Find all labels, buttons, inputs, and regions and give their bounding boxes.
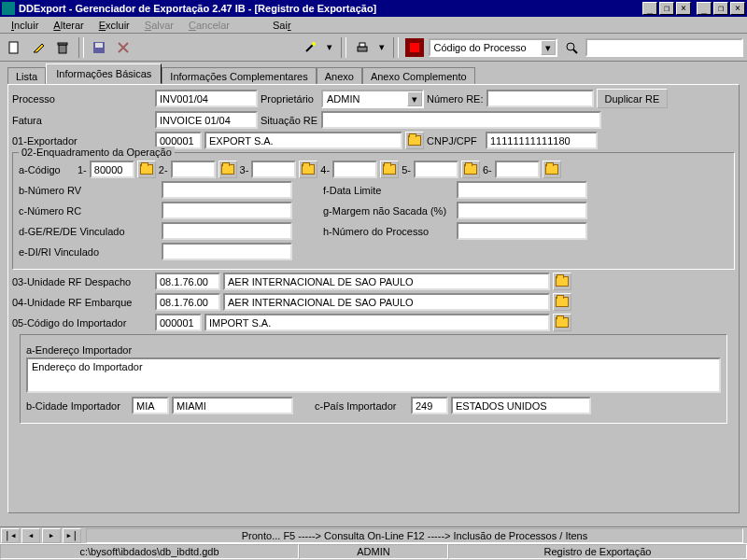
a5-field[interactable] [414,161,458,178]
a6-label: 6- [483,162,492,177]
importador-code[interactable]: 000001 [155,314,202,331]
maximize-button[interactable]: ❐ [659,2,674,15]
edit-button[interactable] [28,37,49,58]
a5-lookup[interactable] [461,161,480,178]
rf-despacho-label: 03-Unidade RF Despacho [12,274,152,289]
c-field[interactable] [162,202,292,219]
folder-icon [556,276,569,287]
a5-label: 5- [402,162,411,177]
proprietario-combo[interactable]: ADMIN ▾ [321,90,424,108]
a4-lookup[interactable] [380,161,399,178]
folder-icon [556,297,569,307]
a6-field[interactable] [495,161,540,178]
mdi-close-button[interactable]: × [730,2,745,15]
exportador-name-field[interactable]: EXPORT S.A. [204,132,402,149]
separator [393,37,399,58]
tab-informacoes-basicas[interactable]: Informações Básicas [46,63,162,84]
menu-excluir[interactable]: Excluir [92,18,137,33]
window-title: DDExport - Gerenciador de Exportação 2.4… [19,3,641,14]
endereco-field[interactable]: Endereço do Importador [26,357,721,393]
tab-content: Processo INV001/04 Proprietário ADMIN ▾ … [7,84,740,513]
tab-anexo-complemento[interactable]: Anexo Complemento [362,67,475,85]
b-field[interactable] [162,181,292,199]
folder-icon [302,164,315,175]
a4-field[interactable] [332,161,377,178]
rf-despacho-code[interactable]: 08.1.76.00 [155,273,220,290]
g-field[interactable] [457,202,587,219]
search-input[interactable] [585,38,743,57]
h-label: h-Número do Processo [323,224,454,239]
tab-informacoes-complementares[interactable]: Informações Complementares [162,67,316,85]
cnpj-field[interactable]: 11111111111180 [486,132,598,149]
importador-lookup[interactable] [553,314,571,331]
a2-field[interactable] [171,161,216,178]
svg-point-9 [567,43,574,50]
tab-anexo[interactable]: Anexo [317,67,362,85]
endereco-group: a-Endereço Importador Endereço do Import… [20,334,727,424]
dropdown-arrow-1[interactable]: ▾ [324,37,335,58]
numero-re-field[interactable] [486,90,594,107]
wizard-button[interactable] [300,37,320,58]
mdi-minimize-button[interactable]: _ [697,2,712,15]
exportador-lookup-button[interactable] [405,132,424,149]
e-field[interactable] [162,243,292,260]
rf-embarque-code[interactable]: 08.1.76.00 [155,293,220,311]
print-button[interactable] [352,37,373,58]
enquadramento-group: 02-Enquadramento da Operação a-Código 1-… [12,152,735,270]
chevron-down-icon[interactable]: ▾ [407,91,422,106]
search-button[interactable] [561,37,582,58]
fatura-field[interactable]: INVOICE 01/04 [155,111,258,129]
pais-name[interactable]: ESTADOS UNIDOS [451,397,591,414]
f-field[interactable] [457,181,587,199]
menu-incluir[interactable]: Incluir [4,18,46,33]
search-type-combo[interactable]: Código do Processo ▾ [429,38,558,57]
delete-button[interactable] [52,37,73,58]
menu-cancelar: Cancelar [181,18,237,33]
pais-code[interactable]: 249 [411,397,448,414]
svg-point-5 [312,42,316,46]
status-bar: c:\bysoft\ibdados\db_ibdtd.gdb ADMIN Reg… [0,543,747,560]
enquadramento-legend: 02-Enquadramento da Operação [19,147,175,158]
rf-despacho-name[interactable]: AER INTERNACIONAL DE SAO PAULO [223,273,550,290]
svg-rect-2 [58,43,67,45]
pais-label: c-País Importador [315,399,408,413]
rf-despacho-lookup[interactable] [553,273,571,290]
svg-rect-1 [59,45,66,53]
rf-embarque-name[interactable]: AER INTERNACIONAL DE SAO PAULO [223,293,550,311]
a6-lookup[interactable] [543,161,561,178]
nav-prev-button[interactable]: ◂ [21,528,40,543]
new-doc-button[interactable] [4,37,24,58]
nav-next-button[interactable]: ▸ [42,528,61,543]
cidade-code[interactable]: MIA [132,397,169,414]
dropdown-arrow-2[interactable]: ▾ [376,37,388,58]
menu-sair[interactable]: Sair [265,18,299,33]
a2-lookup[interactable] [218,161,237,178]
a1-lookup[interactable] [137,161,156,178]
rf-embarque-label: 04-Unidade RF Embarque [12,295,152,310]
close-button[interactable]: × [676,2,691,15]
duplicar-re-button[interactable]: Duplicar RE [597,89,669,108]
svg-rect-8 [410,43,419,52]
search-type-value: Código do Processo [430,42,542,53]
status-user: ADMIN [299,544,448,559]
rf-embarque-lookup[interactable] [553,293,571,311]
situacao-field[interactable] [321,111,601,129]
stop-button[interactable] [404,37,425,58]
folder-icon [221,164,234,175]
a3-lookup[interactable] [299,161,317,178]
importador-name[interactable]: IMPORT S.A. [204,314,550,331]
d-field[interactable] [162,222,292,240]
menu-alterar[interactable]: Alterar [46,18,91,33]
cidade-name[interactable]: MIAMI [172,397,293,414]
tab-lista[interactable]: Lista [7,67,46,85]
nav-first-button[interactable]: |◂ [1,528,20,543]
h-field[interactable] [457,222,587,240]
a3-field[interactable] [251,161,296,178]
minimize-button[interactable]: _ [642,2,657,15]
mdi-maximize-button[interactable]: ❐ [713,2,728,15]
a1-field[interactable]: 80000 [90,161,134,178]
nav-last-button[interactable]: ▸| [63,528,81,543]
processo-field[interactable]: INV001/04 [155,90,258,107]
chevron-down-icon[interactable]: ▾ [541,40,556,55]
d-label: d-GE/RE/DE Vinculado [19,224,159,239]
